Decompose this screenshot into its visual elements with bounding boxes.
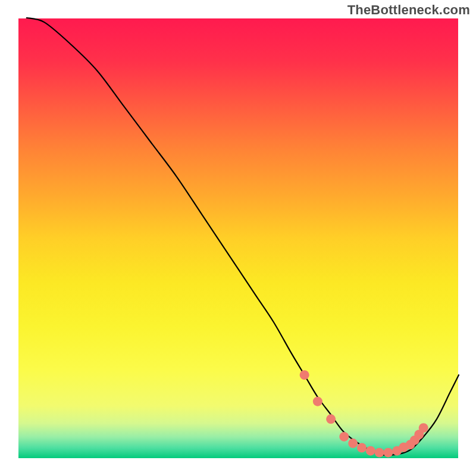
marker-dot [348, 439, 358, 448]
marker-dot [300, 370, 309, 380]
marker-dot [313, 397, 322, 406]
bottleneck-chart [0, 0, 476, 476]
marker-dot [366, 446, 375, 456]
marker-dot [419, 423, 428, 433]
marker-dot [357, 443, 367, 452]
chart-container: TheBottleneck.com [0, 0, 476, 476]
plot-background [18, 18, 459, 459]
marker-dot [383, 448, 393, 458]
watermark-text: TheBottleneck.com [347, 2, 470, 18]
marker-dot [375, 448, 384, 458]
marker-dot [339, 432, 349, 441]
marker-dot [326, 414, 336, 424]
